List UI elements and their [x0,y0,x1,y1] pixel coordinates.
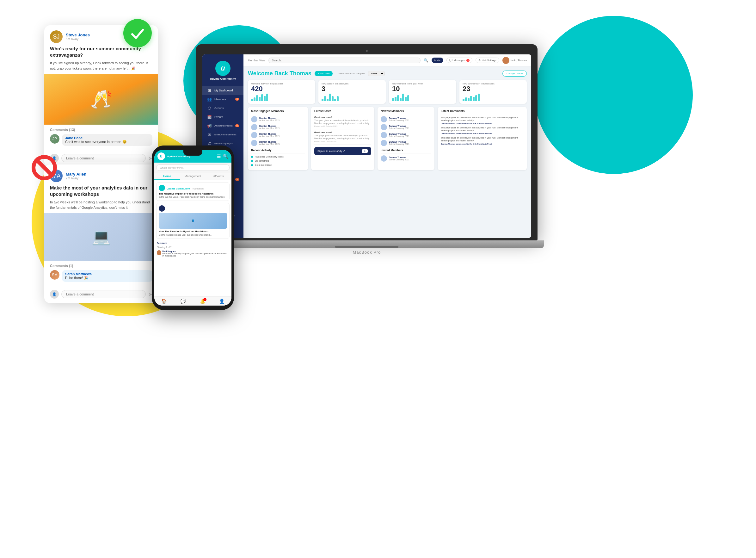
welcome-title: Welcome Back Thomas [248,70,311,77]
sidebar-item-announcements[interactable]: 📢 Announcements 5 [202,122,243,130]
newest-member-1: Damian Thomas Joined January 2021 [381,116,431,122]
add-new-button[interactable]: + Add new [315,71,333,76]
search-input[interactable] [268,57,420,63]
signup-btn[interactable]: > [362,149,368,153]
search-icon[interactable]: 🔍 [424,58,428,62]
phone-compose-placeholder: What's on your mind? [160,167,184,169]
engaged-stat-2: Active last Mon 2021 [259,127,280,129]
members-icon: 👥 [207,97,212,102]
sidebar-item-events[interactable]: 📅 Events [202,112,243,122]
change-theme-button[interactable]: Change Theme [502,71,527,77]
stat-new-comments: New comments in the past week 23 [460,80,527,104]
stat-value-1: 420 [251,85,312,92]
card1-comment-text: Can't wait to see everyone in person 😊 [65,140,127,144]
card2-header: MA Mary Allen 2m away [44,164,158,185]
comment-text-3: This page gives an overview of the activ… [441,136,524,142]
phone-tab-home[interactable]: Home [154,173,180,180]
phone-notch [183,150,202,156]
phone-compose-input[interactable]: What's on your mind? [156,164,230,171]
post-body-2: This page gives an overview of the activ… [314,134,371,140]
hub-settings-button[interactable]: ⚙ Hub Settings [475,57,499,63]
invited-members-section: Invited Members Damian Thomas Joined Jan… [381,149,431,162]
green-check-badge [123,19,152,47]
card1-comment-input[interactable] [61,154,146,162]
post-body-1: This post gives an overview of the activ… [314,119,371,125]
engaged-avatar-1 [251,116,257,122]
card2-comment-input[interactable] [61,290,146,298]
engaged-info-4: Damian Thomas Active last Mon 2021 [259,141,280,145]
user-menu[interactable]: Hello, Thomas [502,57,527,64]
newest-member-2: Damian Thomas Joined January 2021 [381,124,431,130]
card1-poster-name: Steve Jones [66,32,90,37]
phone-post1-meta: Update Community #Education [166,185,204,191]
phone-post-2: 📘 How The Facebook Algorithm Has Hideo..… [156,203,230,238]
messages-label: Messages [454,59,465,62]
bar-2-5 [332,96,334,101]
signup-banner: Signed in successfully ✓ > [314,147,371,155]
card1-body: If you've signed up already, I look forw… [44,60,158,74]
phone-notif-icon[interactable]: 🔔3 [200,299,205,304]
activity-text-2: Did something [255,159,269,162]
sidebar-item-groups[interactable]: ⬡ Groups [202,104,243,112]
stat-chart-2 [321,94,383,101]
card1-poster-time: 5m away [66,37,90,41]
card1-commenter-name: Jane Pope [65,136,149,140]
phone-menu-icon[interactable]: ☰ [217,154,221,159]
phone-see-more[interactable]: See more [156,241,230,246]
card1-comment-row: JP Jane Pope Can't wait to see everyone … [50,134,152,146]
card2-title: Make the most of your analytics data in … [44,185,158,200]
card2-poster-info: Mary Allen 2m away [66,172,86,180]
bar-2-4 [329,94,331,101]
panel-title-engaged: Most Engaged Members [251,109,305,114]
avatar-steve: SJ [50,30,62,43]
comment-author-1: Damian Thomas commented to the link: Con… [441,122,524,124]
bar-1-2 [254,97,256,101]
announcements-badge: 5 [235,124,239,127]
stat-value-3: 10 [392,85,453,92]
bar-3-1 [392,98,394,101]
stat-value-2: 3 [321,85,383,92]
sidebar-item-dashboard[interactable]: ⊞ My Dashboard [202,86,243,95]
phone-compose-area: What's on your mind? [154,162,231,173]
comment-text-2: This page gives an overview of the activ… [441,126,524,132]
phone-profile-icon[interactable]: 👤 [219,299,225,304]
announcements-icon: 📢 [207,124,212,128]
activity-item-1: Has joined Community topics [251,155,305,158]
sidebar-logo: ü [215,61,231,76]
bar-1-7 [266,94,268,101]
newest-avatar-1 [381,116,387,122]
groups-icon: ⬡ [207,106,212,110]
members-badge: 3 [235,98,239,101]
invite-button[interactable]: Invite [432,57,443,63]
bar-1-5 [261,94,263,101]
sidebar-item-email[interactable]: ✉ Email Announcements [202,130,243,139]
comment-author-3: Damian Thomas commented to the link: Con… [441,143,524,145]
newest-stat-4: Joined January 2021 [389,143,410,145]
sidebar-label-groups: Groups [214,107,224,110]
phone-chat-icon[interactable]: 💬 [181,299,186,304]
panel-latest-comments: Latest Comments This page gives an overv… [438,107,527,170]
dashboard-content: Welcome Back Thomas + Add new View data … [243,67,531,238]
card1-image-inner: 🥂 [44,74,158,125]
period-select[interactable]: Week Month [368,71,385,76]
newest-member-4: Damian Thomas Joined January 2021 [381,140,431,146]
sidebar-label-events: Events [214,116,223,119]
settings-icon: ⚙ [478,59,480,62]
messages-button[interactable]: 💬 Messages 3 [446,57,472,63]
card1-poster-info: Steve Jones 5m away [66,32,90,41]
phone-home-icon[interactable]: 🏠 [161,299,166,304]
sidebar-item-members[interactable]: 👥 Members 3 [202,95,243,104]
phone-tab-events[interactable]: #Events [206,173,231,180]
phone-comment-preview: Matt Hughes Paid ads is the way to grow … [156,249,230,258]
card2-comments-label: Comments (1) [50,264,152,268]
welcome-row: Welcome Back Thomas + Add new View data … [248,70,527,77]
phone-search-icon[interactable]: 🔍 [223,154,228,159]
phone-post2-img-text: 📘 [191,220,194,222]
welcome-name: Thomas [290,70,311,77]
phone-tab-management[interactable]: Management [180,173,206,180]
bar-2-6 [334,99,336,101]
bar-3-4 [400,98,401,101]
engaged-member-4: Damian Thomas Active last Mon 2021 [251,140,305,146]
email-icon: ✉ [207,132,212,137]
newest-info-2: Damian Thomas Joined January 2021 [389,125,410,129]
